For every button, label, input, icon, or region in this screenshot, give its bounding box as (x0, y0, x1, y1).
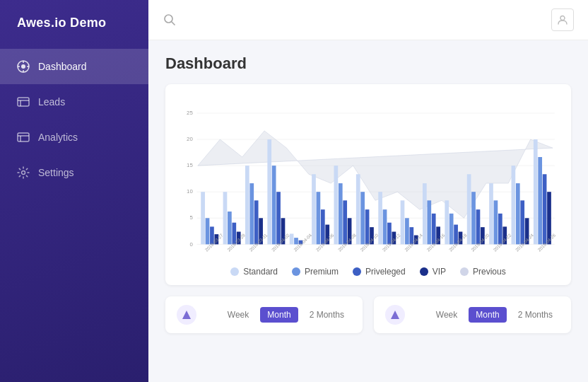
app-logo: Awes.io Demo (0, 0, 148, 46)
bar (201, 192, 205, 244)
chart-card: 0 5 10 15 20 25 (165, 84, 571, 285)
bottom-card-icon-left (177, 305, 196, 325)
legend-vip: VIP (420, 267, 446, 277)
svg-text:20: 20 (187, 136, 193, 142)
svg-text:0: 0 (189, 241, 193, 248)
svg-rect-30 (228, 212, 232, 244)
period-tabs-right: Week Month 2 Months (429, 307, 560, 323)
svg-rect-29 (223, 192, 228, 244)
sidebar-item-settings[interactable]: Settings (0, 155, 148, 190)
svg-rect-64 (423, 183, 427, 244)
settings-icon (17, 166, 30, 179)
dashboard-icon (17, 60, 30, 73)
chart-legend: Standard Premium Priveleged VIP Previous (177, 260, 560, 277)
svg-text:15: 15 (187, 162, 193, 168)
bar-chart: 0 5 10 15 20 25 (177, 96, 560, 257)
period-2months-left[interactable]: 2 Months (302, 307, 351, 323)
svg-rect-61 (405, 218, 409, 244)
svg-point-15 (560, 16, 565, 21)
legend-premium: Premium (292, 267, 339, 277)
svg-point-1 (21, 64, 25, 69)
legend-label-standard: Standard (243, 267, 278, 277)
period-week-left[interactable]: Week (220, 307, 256, 323)
sidebar-item-leads[interactable]: Leads (0, 84, 148, 120)
svg-text:5: 5 (189, 214, 193, 221)
svg-rect-57 (383, 209, 387, 244)
svg-rect-50 (343, 200, 347, 244)
legend-label-vip: VIP (433, 267, 446, 277)
svg-rect-60 (401, 200, 405, 244)
bottom-card-right: Week Month 2 Months (374, 296, 571, 333)
svg-rect-41 (290, 233, 294, 244)
sidebar: Awes.io Demo Dashboard (0, 0, 148, 382)
user-avatar[interactable] (551, 8, 574, 31)
svg-rect-72 (467, 174, 471, 244)
sidebar-item-label-settings: Settings (38, 167, 74, 178)
svg-rect-6 (18, 98, 29, 106)
svg-rect-77 (494, 200, 498, 244)
legend-label-previous: Previous (473, 267, 506, 277)
svg-rect-39 (276, 192, 281, 244)
sidebar-item-label-analytics: Analytics (38, 132, 78, 143)
content-area: Dashboard 0 5 10 15 (148, 40, 588, 382)
svg-rect-48 (334, 166, 339, 244)
svg-rect-85 (538, 157, 542, 244)
period-month-right[interactable]: Month (469, 307, 506, 323)
svg-rect-49 (339, 183, 343, 244)
svg-rect-76 (489, 183, 493, 244)
page-title: Dashboard (165, 54, 571, 73)
sidebar-item-label-leads: Leads (38, 96, 65, 108)
svg-rect-84 (534, 139, 538, 244)
period-month-left[interactable]: Month (260, 307, 298, 323)
legend-dot-standard (230, 267, 239, 276)
svg-rect-65 (427, 200, 431, 244)
svg-rect-38 (272, 166, 276, 244)
sidebar-nav: Dashboard Leads Analytics (0, 49, 148, 190)
legend-dot-vip (420, 267, 428, 276)
svg-point-12 (22, 171, 25, 175)
sidebar-item-label-dashboard: Dashboard (38, 61, 87, 72)
leads-icon (17, 96, 30, 108)
svg-text:25: 25 (187, 110, 193, 116)
sidebar-item-analytics[interactable]: Analytics (0, 120, 148, 155)
svg-line-14 (172, 22, 175, 25)
svg-rect-56 (378, 192, 382, 244)
svg-rect-73 (471, 192, 476, 244)
main-content: Dashboard 0 5 10 15 (148, 0, 588, 382)
svg-rect-80 (512, 166, 516, 244)
chart-wrap: 0 5 10 15 20 25 (177, 96, 560, 260)
analytics-icon (17, 131, 30, 144)
legend-previous: Previous (460, 267, 506, 277)
svg-rect-34 (249, 183, 254, 244)
legend-label-premium: Premium (305, 267, 339, 277)
legend-label-priveleged: Priveleged (365, 267, 406, 277)
period-tabs-left: Week Month 2 Months (220, 307, 351, 323)
period-2months-right[interactable]: 2 Months (511, 307, 560, 323)
sidebar-item-dashboard[interactable]: Dashboard (0, 49, 148, 84)
svg-rect-9 (18, 133, 29, 141)
legend-dot-premium (292, 267, 300, 276)
topbar (148, 0, 588, 40)
legend-dot-priveleged (353, 267, 361, 276)
legend-dot-previous (460, 267, 469, 276)
legend-standard: Standard (230, 267, 278, 277)
svg-rect-37 (267, 139, 271, 244)
svg-rect-82 (520, 200, 524, 244)
period-week-right[interactable]: Week (429, 307, 464, 323)
svg-rect-69 (449, 214, 454, 245)
svg-point-13 (165, 15, 172, 23)
bar (206, 218, 210, 244)
svg-rect-86 (543, 174, 547, 244)
svg-rect-68 (445, 200, 449, 244)
svg-rect-33 (245, 166, 249, 244)
svg-rect-81 (516, 183, 520, 244)
bottom-card-icon-right (385, 305, 405, 325)
svg-rect-44 (312, 174, 316, 244)
svg-text:10: 10 (187, 188, 193, 195)
bottom-card-left: Week Month 2 Months (165, 296, 363, 333)
svg-rect-45 (317, 192, 321, 244)
bottom-row: Week Month 2 Months Week Month 2 Months (165, 296, 571, 333)
svg-rect-53 (360, 192, 365, 244)
svg-rect-52 (356, 174, 360, 244)
search-button[interactable] (163, 13, 177, 27)
